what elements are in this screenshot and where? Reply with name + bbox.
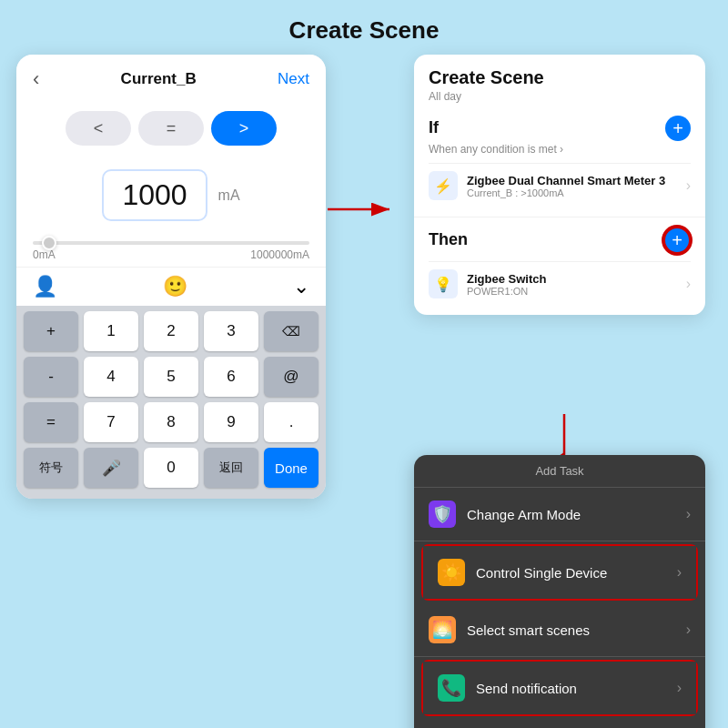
task-item-smart-scenes[interactable]: 🌅 Select smart scenes ›: [414, 603, 705, 657]
page-title: Create Scene: [0, 0, 728, 54]
control-single-icon: ☀️: [438, 559, 465, 586]
key-at[interactable]: @: [264, 357, 318, 397]
user-icon[interactable]: 👤: [33, 275, 57, 298]
if-add-button[interactable]: +: [665, 116, 691, 141]
key-done[interactable]: Done: [264, 448, 318, 488]
slider-min-label: 0mA: [33, 248, 56, 261]
key-equals[interactable]: =: [24, 402, 78, 442]
create-scene-subtitle: All day: [429, 90, 691, 103]
then-name: Zigbee Switch: [467, 272, 677, 286]
control-single-chevron: ›: [677, 564, 682, 581]
add-task-panel: Add Task 🛡️ Change Arm Mode › ☀️ Control…: [414, 455, 705, 728]
right-top-panel: Create Scene All day If + When any condi…: [414, 55, 705, 315]
then-chevron: ›: [686, 276, 691, 292]
keyboard: + 1 2 3 ⌫ - 4 5 6 @ = 7 8 9 . 符号 🎤 0 返回: [16, 306, 326, 499]
task-item-change-arm[interactable]: 🛡️ Change Arm Mode ›: [414, 488, 705, 541]
send-notification-icon: 📞: [438, 674, 465, 702]
change-arm-icon: 🛡️: [429, 500, 456, 528]
key-7[interactable]: 7: [84, 402, 138, 442]
smart-scenes-chevron: ›: [686, 622, 691, 638]
key-9[interactable]: 9: [204, 402, 258, 442]
send-notification-chevron: ›: [677, 680, 682, 696]
if-sub: When any condition is met ›: [429, 143, 691, 156]
compare-equal-btn[interactable]: =: [138, 111, 204, 146]
control-single-wrapper: ☀️ Control Single Device ›: [421, 544, 698, 601]
value-display: 1000 mA: [16, 157, 326, 234]
then-add-button[interactable]: +: [663, 227, 691, 254]
change-arm-label: Change Arm Mode: [467, 507, 686, 522]
back-button[interactable]: ‹: [33, 67, 39, 91]
key-1[interactable]: 1: [84, 311, 138, 351]
key-dot[interactable]: .: [264, 402, 318, 442]
value-box[interactable]: 1000: [102, 169, 207, 221]
task-item-control-single[interactable]: ☀️ Control Single Device ›: [423, 546, 696, 599]
then-icon: 💡: [429, 269, 458, 298]
condition-value: Current_B : >1000mA: [467, 187, 677, 198]
send-notification-label: Send notification: [476, 681, 677, 696]
compare-greater-btn[interactable]: >: [211, 111, 277, 146]
key-0[interactable]: 0: [144, 448, 198, 488]
next-button[interactable]: Next: [278, 70, 309, 88]
key-3[interactable]: 3: [204, 311, 258, 351]
task-item-send-notification[interactable]: 📞 Send notification ›: [423, 662, 696, 714]
then-section: Then + 💡 Zigbee Switch POWER1:ON ›: [414, 217, 705, 315]
toolbar-row: 👤 🙂 ⌄: [16, 267, 326, 306]
task-item-delay[interactable]: ⏳ Delay the action ›: [414, 719, 705, 728]
slider-area: 0mA 1000000mA: [16, 234, 326, 267]
key-symbols[interactable]: 符号: [24, 448, 78, 488]
key-2[interactable]: 2: [144, 311, 198, 351]
emoji-icon[interactable]: 🙂: [163, 275, 187, 298]
create-scene-title: Create Scene: [429, 67, 691, 88]
if-label: If: [429, 118, 439, 137]
smart-scenes-label: Select smart scenes: [467, 622, 686, 638]
slider-track[interactable]: [33, 241, 309, 245]
left-panel: ‹ Current_B Next < = > 1000 mA 0mA 10000…: [16, 55, 326, 499]
send-notif-wrapper: 📞 Send notification ›: [421, 660, 698, 716]
slider-thumb[interactable]: [42, 236, 56, 250]
then-value: POWER1:ON: [467, 286, 677, 297]
then-label: Then: [429, 230, 468, 249]
key-mic[interactable]: 🎤: [84, 448, 138, 488]
key-4[interactable]: 4: [84, 357, 138, 397]
then-text: Zigbee Switch POWER1:ON: [467, 272, 677, 297]
keyboard-hide-icon[interactable]: ⌄: [293, 275, 309, 298]
then-row: 💡 Zigbee Switch POWER1:ON ›: [429, 261, 691, 306]
control-single-label: Control Single Device: [476, 565, 677, 581]
condition-text: Zigbee Dual Channel Smart Meter 3 Curren…: [467, 174, 677, 198]
slider-max-label: 1000000mA: [250, 248, 309, 261]
change-arm-chevron: ›: [686, 506, 691, 522]
key-plus[interactable]: +: [24, 311, 78, 351]
condition-icon: ⚡: [429, 171, 458, 200]
key-backspace[interactable]: ⌫: [264, 311, 318, 351]
arrow-right: [328, 196, 400, 223]
compare-row: < = >: [16, 100, 326, 157]
smart-scenes-icon: 🌅: [429, 616, 456, 643]
add-task-header: Add Task: [414, 455, 705, 488]
key-8[interactable]: 8: [144, 402, 198, 442]
compare-less-btn[interactable]: <: [66, 111, 131, 146]
if-section: If + When any condition is met › ⚡ Zigbe…: [414, 106, 705, 217]
key-minus[interactable]: -: [24, 357, 78, 397]
key-return[interactable]: 返回: [204, 448, 258, 488]
key-6[interactable]: 6: [204, 357, 258, 397]
value-unit: mA: [218, 187, 240, 204]
condition-name: Zigbee Dual Channel Smart Meter 3: [467, 174, 677, 187]
phone-title: Current_B: [121, 70, 197, 88]
condition-row: ⚡ Zigbee Dual Channel Smart Meter 3 Curr…: [429, 163, 691, 207]
key-5[interactable]: 5: [144, 357, 198, 397]
condition-chevron: ›: [686, 177, 691, 194]
